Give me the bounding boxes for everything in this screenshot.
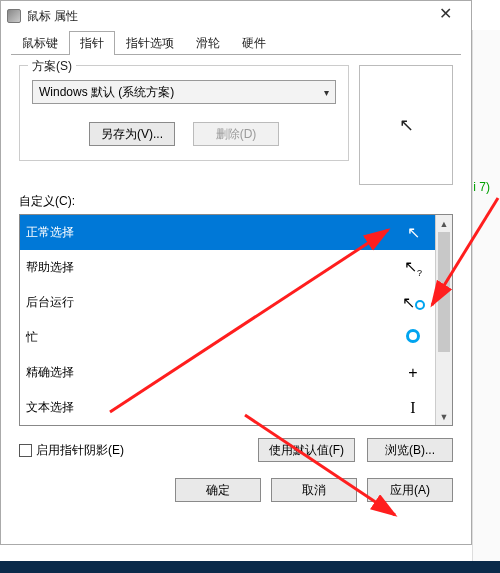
delete-button: 删除(D) [193,122,279,146]
scroll-up-icon[interactable]: ▲ [436,215,452,232]
cursor-working-icon: ↖ [401,293,425,312]
tab-wheel[interactable]: 滑轮 [185,31,231,55]
pointer-shadow-checkbox[interactable]: 启用指针阴影(E) [19,442,124,459]
scroll-track[interactable] [436,232,452,408]
tab-buttons[interactable]: 鼠标键 [11,31,69,55]
cancel-button[interactable]: 取消 [271,478,357,502]
cursor-arrow-icon: ↖ [401,223,425,242]
background-strip [472,30,500,561]
cursor-help-icon: ↖? [401,257,425,278]
ok-button[interactable]: 确定 [175,478,261,502]
tab-pointer-options[interactable]: 指针选项 [115,31,185,55]
use-default-button[interactable]: 使用默认值(F) [258,438,355,462]
close-button[interactable]: ✕ [425,2,465,30]
checkbox-label: 启用指针阴影(E) [36,442,124,459]
cursor-busy-icon [401,329,425,347]
window-title: 鼠标 属性 [27,8,425,25]
customize-label: 自定义(C): [19,193,453,210]
list-item[interactable]: 正常选择 ↖ [20,215,435,250]
dialog-body: 方案(S) Windows 默认 (系统方案) ▾ 另存为(V)... 删除(D… [1,55,471,468]
tab-pointers[interactable]: 指针 [69,31,115,55]
cursor-arrow-icon: ↖ [399,114,414,136]
cursor-text-icon: I [401,399,425,417]
browse-button[interactable]: 浏览(B)... [367,438,453,462]
app-icon [7,9,21,23]
tab-strip: 鼠标键 指针 指针选项 滑轮 硬件 [1,31,471,55]
list-item[interactable]: 帮助选择 ↖? [20,250,435,285]
taskbar [0,561,500,573]
checkbox-icon [19,444,32,457]
item-label: 后台运行 [26,294,74,311]
list-item[interactable]: 忙 [20,320,435,355]
scroll-thumb[interactable] [438,232,450,352]
item-label: 正常选择 [26,224,74,241]
scrollbar[interactable]: ▲ ▼ [435,215,452,425]
list-item[interactable]: 文本选择 I [20,390,435,425]
scheme-group: 方案(S) Windows 默认 (系统方案) ▾ 另存为(V)... 删除(D… [19,65,349,161]
dialog-buttons: 确定 取消 应用(A) [1,468,471,516]
cursor-preview: ↖ [359,65,453,185]
item-label: 帮助选择 [26,259,74,276]
side-label: i 7) [473,180,490,194]
item-label: 精确选择 [26,364,74,381]
scheme-combobox[interactable]: Windows 默认 (系统方案) ▾ [32,80,336,104]
list-item[interactable]: 精确选择 + [20,355,435,390]
scheme-label: 方案(S) [28,58,76,75]
apply-button[interactable]: 应用(A) [367,478,453,502]
scheme-value: Windows 默认 (系统方案) [39,84,174,101]
item-label: 忙 [26,329,38,346]
list-item[interactable]: 后台运行 ↖ [20,285,435,320]
titlebar: 鼠标 属性 ✕ [1,1,471,31]
cursor-list: 正常选择 ↖ 帮助选择 ↖? 后台运行 ↖ 忙 精确选择 + [19,214,453,426]
chevron-down-icon: ▾ [324,87,329,98]
item-label: 文本选择 [26,399,74,416]
scroll-down-icon[interactable]: ▼ [436,408,452,425]
save-as-button[interactable]: 另存为(V)... [89,122,175,146]
mouse-properties-dialog: 鼠标 属性 ✕ 鼠标键 指针 指针选项 滑轮 硬件 方案(S) Windows … [0,0,472,545]
cursor-precision-icon: + [401,366,425,380]
tab-hardware[interactable]: 硬件 [231,31,277,55]
